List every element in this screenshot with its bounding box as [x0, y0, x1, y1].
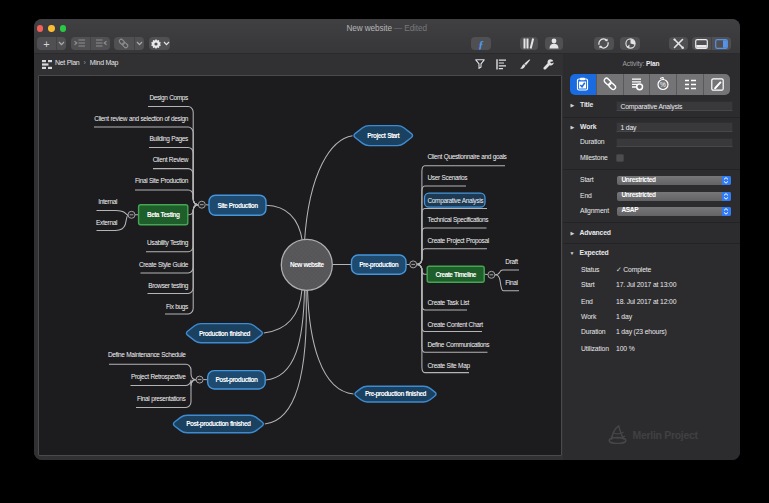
svg-text:Usability Testing: Usability Testing: [147, 239, 189, 247]
svg-text:Fix bugs: Fix bugs: [166, 303, 189, 311]
svg-text:Building Pages: Building Pages: [149, 135, 189, 143]
svg-text:Create Site Map: Create Site Map: [428, 362, 471, 370]
svg-text:Create Task List: Create Task List: [428, 299, 470, 306]
svg-text:Define Communications: Define Communications: [428, 341, 491, 348]
svg-text:Pre-production: Pre-production: [359, 261, 398, 269]
svg-text:Project Start: Project Start: [367, 132, 400, 140]
svg-text:Create Content Chart: Create Content Chart: [428, 321, 484, 328]
svg-text:Final Site Production: Final Site Production: [135, 177, 189, 184]
svg-text:Client review and selection of: Client review and selection of design: [94, 115, 188, 123]
svg-text:Technical Specifications: Technical Specifications: [428, 216, 490, 224]
svg-text:Create Style Guide: Create Style Guide: [139, 261, 189, 269]
svg-text:Client Questionnaire and goals: Client Questionnaire and goals: [428, 153, 508, 161]
svg-text:Design Comps: Design Comps: [149, 94, 189, 102]
svg-text:Comparative Analysis: Comparative Analysis: [428, 197, 485, 205]
svg-text:Final presentations: Final presentations: [137, 395, 186, 403]
svg-text:%: %: [661, 81, 667, 88]
svg-text:External: External: [96, 219, 118, 226]
svg-text:Draft: Draft: [505, 258, 518, 265]
svg-text:Create Project Proposal: Create Project Proposal: [428, 237, 490, 245]
svg-text:Client Review: Client Review: [153, 156, 189, 163]
svg-text:Project Retrospective: Project Retrospective: [131, 373, 186, 381]
svg-text:Site Production: Site Production: [217, 202, 258, 209]
svg-text:Post-production finished: Post-production finished: [186, 420, 251, 428]
svg-text:Production finished: Production finished: [199, 330, 251, 337]
svg-text:Define Maintenance Schedule: Define Maintenance Schedule: [108, 351, 186, 358]
svg-text:Create Timeline: Create Timeline: [435, 271, 476, 278]
svg-text:Post-production: Post-production: [215, 376, 258, 384]
svg-text:User Scenarios: User Scenarios: [428, 174, 469, 181]
svg-text:Beta Testing: Beta Testing: [147, 211, 180, 219]
svg-text:Pre-production finished: Pre-production finished: [365, 390, 427, 398]
svg-text:New website: New website: [290, 261, 324, 268]
svg-text:Final: Final: [505, 279, 518, 286]
svg-text:Internal: Internal: [98, 198, 118, 205]
svg-text:Browser testing: Browser testing: [148, 282, 188, 290]
